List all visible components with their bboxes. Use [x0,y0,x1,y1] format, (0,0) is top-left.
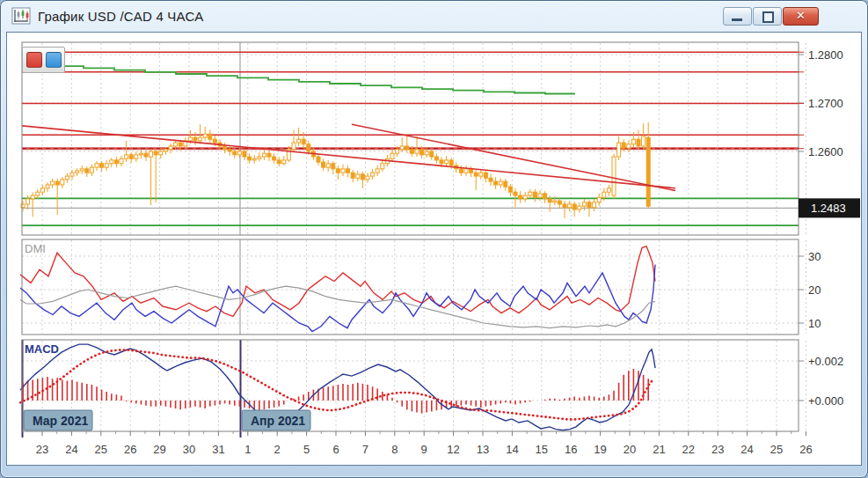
macd-panel [22,340,799,431]
date-label: 5 [303,443,310,456]
date-label: 9 [421,443,427,456]
svg-text:20: 20 [808,283,821,297]
date-label: 21 [653,443,665,456]
date-label: 6 [332,443,339,456]
date-label: 19 [594,443,606,456]
date-label: 23 [36,443,48,456]
price-panel [22,42,799,235]
date-label: 20 [624,443,636,456]
svg-text:1.2700: 1.2700 [808,97,843,110]
macd-label: MACD [25,342,59,356]
date-label: 24 [740,443,753,456]
chart-toolbar [22,47,65,73]
date-label: 8 [391,443,398,456]
date-label: 16 [565,443,577,456]
date-label: 12 [447,443,459,456]
date-label: 29 [153,443,165,456]
chart-window: График USD /CAD 4 ЧАСА ✕ DMIMACD1.28001.… [0,0,868,478]
date-label: 14 [506,443,518,456]
date-label: 31 [212,443,224,456]
price-axis: 1.28001.27001.26001.2483302010+0.002+0.0… [799,48,860,408]
date-label: 2 [274,443,281,456]
svg-text:30: 30 [808,250,821,263]
date-label: 30 [183,443,195,456]
month-tag: Апр 2021 [242,410,310,430]
svg-text:Апр 2021: Апр 2021 [251,414,305,428]
svg-text:+0.000: +0.000 [808,394,843,408]
svg-text:1.2800: 1.2800 [808,48,843,62]
chart-canvas[interactable]: DMIMACD1.28001.27001.26001.2483302010+0.… [0,0,868,478]
svg-text:1.2600: 1.2600 [808,145,843,158]
date-label: 25 [770,443,783,456]
date-axis: 2324252629303112567891213141516192021222… [36,431,813,456]
svg-text:10: 10 [808,317,821,330]
svg-text:Мар 2021: Мар 2021 [33,414,88,428]
date-label: 26 [799,443,812,456]
date-label: 23 [711,443,724,456]
date-label: 7 [362,443,368,456]
date-label: 24 [65,443,77,456]
month-tag: Мар 2021 [24,410,92,430]
dmi-panel [22,239,799,335]
svg-text:+0.002: +0.002 [808,355,843,368]
date-label: 13 [477,443,489,456]
date-label: 22 [682,443,695,456]
date-label: 26 [124,443,136,456]
date-label: 15 [536,443,548,456]
red-tool-button[interactable] [26,52,42,68]
date-label: 25 [95,443,107,456]
blue-tool-button[interactable] [46,52,62,68]
date-label: 1 [244,443,251,456]
dmi-label: DMI [25,242,46,255]
current-price-value: 1.2483 [811,202,846,215]
